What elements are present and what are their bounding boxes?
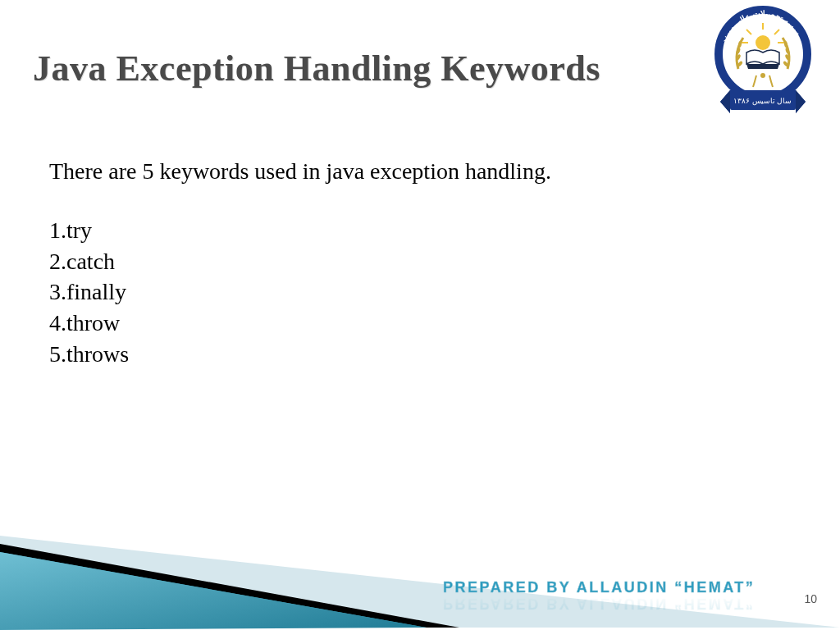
page-number: 10 bbox=[804, 592, 817, 605]
keyword-throws: throws bbox=[66, 341, 129, 367]
list-item: 5.throws bbox=[49, 339, 551, 370]
keyword-throw: throw bbox=[66, 310, 120, 336]
content-block: There are 5 keywords used in java except… bbox=[49, 156, 551, 370]
svg-marker-21 bbox=[0, 552, 427, 630]
svg-marker-20 bbox=[0, 552, 427, 628]
list-item: 3.finally bbox=[49, 276, 551, 308]
keyword-catch: catch bbox=[66, 249, 115, 274]
institution-logo: موسسه تحصیلات عالی میوند bbox=[705, 5, 820, 136]
logo-arabic-bottom: سال تاسیس ۱۳۸۶ bbox=[733, 97, 792, 106]
slide-title: Java Exception Handling Keywords bbox=[33, 48, 600, 89]
svg-point-2 bbox=[756, 35, 770, 50]
list-item: 4.throw bbox=[49, 308, 551, 339]
list-item: 1.try bbox=[49, 215, 551, 246]
intro-text: There are 5 keywords used in java except… bbox=[49, 156, 551, 187]
list-item: 2.catch bbox=[49, 246, 551, 277]
keyword-list: 1.try 2.catch 3.finally 4.throw 5.throws bbox=[49, 215, 551, 370]
prepared-by-reflection: PREPARED BY ALLAUDIN “HEMAT” bbox=[443, 595, 755, 612]
svg-marker-19 bbox=[0, 544, 459, 628]
svg-point-17 bbox=[760, 73, 765, 78]
prepared-by-text: PREPARED BY ALLAUDIN “HEMAT” bbox=[443, 579, 755, 596]
keyword-try: try bbox=[66, 217, 92, 243]
prepared-by: PREPARED BY ALLAUDIN “HEMAT” PREPARED BY… bbox=[443, 579, 755, 612]
keyword-finally: finally bbox=[66, 279, 126, 304]
slide: Java Exception Handling Keywords موسسه ت… bbox=[0, 0, 840, 630]
